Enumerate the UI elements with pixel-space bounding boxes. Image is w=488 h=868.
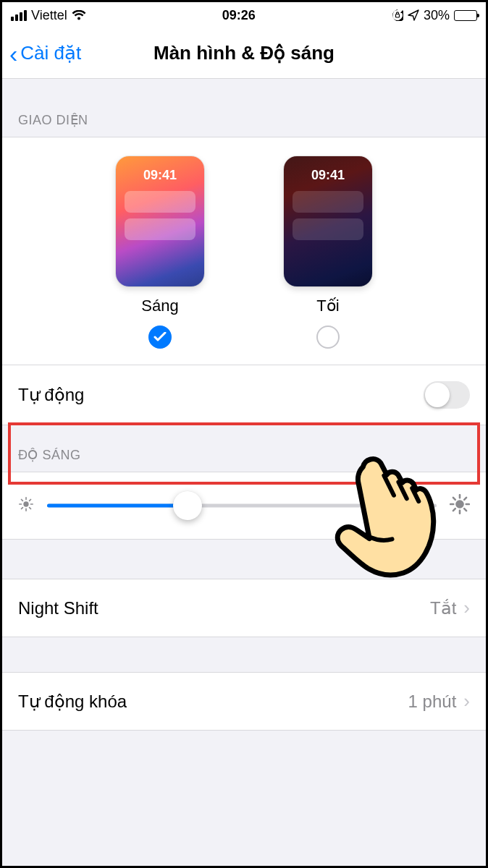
light-label: Sáng	[141, 297, 178, 315]
chevron-right-icon: ›	[463, 690, 470, 712]
appearance-card: 09:41 Sáng 09:41 Tối	[2, 137, 486, 365]
svg-rect-0	[395, 14, 399, 18]
section-header-appearance: GIAO DIỆN	[2, 79, 486, 137]
svg-line-16	[464, 509, 466, 511]
appearance-option-light[interactable]: 09:41 Sáng	[116, 156, 204, 349]
svg-line-6	[21, 499, 22, 501]
automatic-row[interactable]: Tự động	[2, 365, 486, 425]
svg-point-10	[455, 500, 464, 509]
auto-lock-label: Tự động khóa	[18, 692, 127, 712]
chevron-right-icon: ›	[463, 597, 470, 619]
cellular-signal-icon	[11, 10, 27, 21]
auto-lock-row[interactable]: Tự động khóa 1 phút ›	[2, 672, 486, 731]
svg-line-7	[30, 508, 31, 509]
status-bar: Viettel 09:26 30%	[2, 2, 486, 28]
status-right: 30%	[392, 8, 477, 23]
svg-line-17	[453, 509, 455, 511]
svg-line-8	[21, 508, 22, 509]
brightness-slider[interactable]	[47, 491, 437, 520]
night-shift-value: Tắt	[430, 598, 456, 618]
svg-line-9	[30, 499, 31, 501]
toggle-knob	[425, 383, 450, 407]
brightness-card	[2, 472, 486, 540]
status-left: Viettel	[11, 8, 86, 23]
sun-min-icon	[18, 496, 34, 515]
light-preview: 09:41	[116, 156, 204, 286]
automatic-label: Tự động	[18, 385, 84, 405]
nav-header: ‹ Cài đặt Màn hình & Độ sáng	[2, 28, 486, 79]
night-shift-label: Night Shift	[18, 598, 98, 618]
status-time: 09:26	[222, 8, 256, 23]
svg-line-15	[453, 498, 455, 500]
night-shift-row[interactable]: Night Shift Tắt ›	[2, 579, 486, 637]
location-icon	[408, 9, 419, 21]
back-button[interactable]: ‹ Cài đặt	[9, 41, 81, 66]
section-header-brightness: ĐỘ SÁNG	[2, 425, 486, 472]
appearance-option-dark[interactable]: 09:41 Tối	[284, 156, 372, 349]
auto-lock-value: 1 phút	[408, 692, 457, 712]
svg-line-18	[464, 498, 466, 500]
automatic-toggle[interactable]	[424, 381, 470, 409]
back-label: Cài đặt	[20, 42, 81, 64]
battery-icon	[454, 10, 477, 21]
slider-fill	[47, 504, 188, 508]
carrier-label: Viettel	[31, 8, 67, 23]
orientation-lock-icon	[392, 9, 403, 21]
dark-preview: 09:41	[284, 156, 372, 286]
preview-time: 09:41	[284, 156, 372, 183]
wifi-icon	[72, 10, 86, 21]
dark-label: Tối	[316, 297, 339, 315]
dark-radio[interactable]	[316, 326, 340, 349]
battery-percent: 30%	[424, 8, 450, 23]
slider-thumb[interactable]	[173, 491, 202, 520]
chevron-left-icon: ‹	[9, 41, 17, 66]
light-radio[interactable]	[148, 326, 172, 349]
sun-max-icon	[450, 494, 470, 517]
preview-time: 09:41	[116, 156, 204, 183]
svg-point-1	[23, 501, 28, 506]
